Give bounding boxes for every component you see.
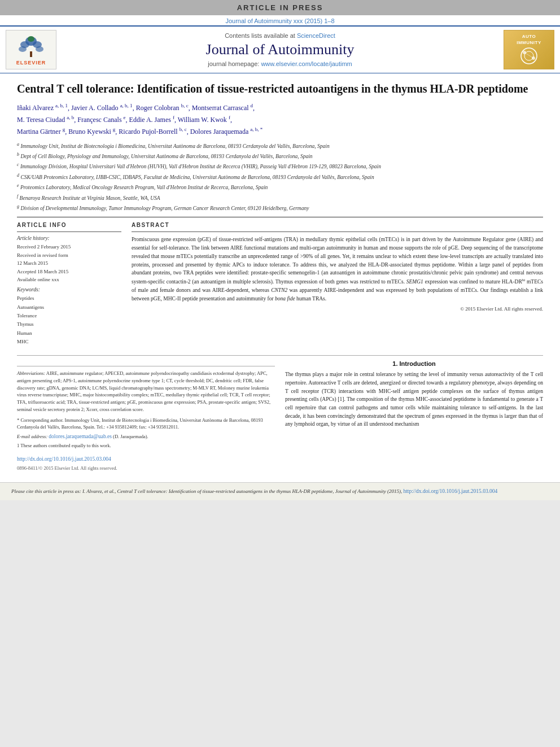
doi-line: http://dx.doi.org/10.1016/j.jaut.2015.03… <box>17 453 275 463</box>
citation-doi-link[interactable]: http://dx.doi.org/10.1016/j.jaut.2015.03… <box>403 488 497 494</box>
received-date: Received 2 February 2015 <box>17 243 121 251</box>
elsevier-logo: ELSEVIER <box>6 30 56 69</box>
revised-date-2: 12 March 2015 <box>17 259 121 267</box>
available-online: Available online xxx <box>17 276 121 283</box>
affiliation-a: a Immunology Unit, Institut de Biotecnol… <box>17 141 543 150</box>
article-in-press-banner: ARTICLE IN PRESS <box>0 0 560 15</box>
affiliation-b: b Dept of Cell Biology, Physiology and I… <box>17 151 543 160</box>
affiliation-g: g Division of Developmental Immunology, … <box>17 203 543 212</box>
keywords-label: Keywords: <box>17 287 121 292</box>
corresponding-author-note: * Corresponding author. Immunology Unit,… <box>17 417 275 431</box>
article-title: Central T cell tolerance: Identification… <box>17 81 543 96</box>
affiliation-d: d CSK/UAB Proteomics Laboratory, IJBB-CS… <box>17 172 543 181</box>
autoimmunity-logo-graphic <box>509 46 549 65</box>
keyword-thymus: Thymus <box>17 320 121 329</box>
autoimmunity-journal-logo: AUTO IMMUNITY <box>504 30 554 69</box>
elsevier-tree-icon <box>17 34 45 60</box>
autoimmunity-logo-text: AUTO IMMUNITY <box>517 34 541 46</box>
abstract-title: ABSTRACT <box>132 222 543 228</box>
citation-label: Please cite this article in press as: I.… <box>11 488 403 494</box>
copyright-line: © 2015 Elsevier Ltd. All rights reserved… <box>132 306 543 312</box>
article-info-column: ARTICLE INFO Article history: Received 2… <box>17 222 121 346</box>
abstract-text: Promiscuous gene expression (pGE) of tis… <box>132 235 543 303</box>
authors-text: Iñaki Alvarez a, b, 1, Javier A. Collado… <box>17 104 262 136</box>
svg-point-4 <box>36 46 43 52</box>
email-note: E-mail address: dolores.jaraquemada@uab.… <box>17 433 275 440</box>
keyword-human: Human <box>17 329 121 338</box>
journal-header: ELSEVIER Contents lists available at Sci… <box>0 25 560 73</box>
intro-section-title: 1. Introduction <box>285 360 543 367</box>
keywords-list: Peptides Autoantigens Tolerance Thymus H… <box>17 294 121 346</box>
abbreviations-text: Abbreviations: AIRE, autoimmune regulato… <box>17 370 275 413</box>
revised-date: Received in revised form <box>17 251 121 259</box>
journal-ref-text: Journal of Autoimmunity xxx (2015) 1–8 <box>225 18 334 24</box>
introduction-section: Abbreviations: AIRE, autoimmune regulato… <box>17 355 543 471</box>
abstract-column: ABSTRACT Promiscuous gene expression (pG… <box>132 222 543 346</box>
affiliations: a Immunology Unit, Institut de Biotecnol… <box>17 141 543 213</box>
keyword-autoantigens: Autoantigens <box>17 303 121 312</box>
contents-text: Contents lists available at <box>225 32 295 39</box>
page-wrapper: ARTICLE IN PRESS Journal of Autoimmunity… <box>0 0 560 500</box>
journal-homepage-link[interactable]: www.elsevier.com/locate/jautimm <box>261 60 352 67</box>
journal-title: Journal of Autoimmunity <box>61 41 499 58</box>
article-info-abstract-section: ARTICLE INFO Article history: Received 2… <box>17 222 543 346</box>
intro-col-right: 1. Introduction The thymus plays a major… <box>285 360 543 471</box>
affiliation-e: e Proteomics Laboratory, Medical Oncolog… <box>17 182 543 191</box>
journal-homepage: journal homepage: www.elsevier.com/locat… <box>61 60 499 67</box>
doi-link[interactable]: http://dx.doi.org/10.1016/j.jaut.2015.03… <box>17 456 111 462</box>
svg-point-7 <box>521 48 537 64</box>
main-content: Central T cell tolerance: Identification… <box>0 73 560 477</box>
authors-line: Iñaki Alvarez a, b, 1, Javier A. Collado… <box>17 102 543 138</box>
svg-point-6 <box>28 36 34 42</box>
article-info-title: ARTICLE INFO <box>17 222 121 228</box>
accepted-date: Accepted 18 March 2015 <box>17 268 121 276</box>
article-dates: Received 2 February 2015 Received in rev… <box>17 243 121 283</box>
journal-ref-line: Journal of Autoimmunity xxx (2015) 1–8 <box>0 15 560 25</box>
svg-line-11 <box>524 53 533 58</box>
journal-center: Contents lists available at ScienceDirec… <box>61 32 499 67</box>
banner-text: ARTICLE IN PRESS <box>237 3 323 12</box>
issn-line: 0896-8411/© 2015 Elsevier Ltd. All right… <box>17 465 275 471</box>
equal-contrib-note: 1 These authors contributed equally to t… <box>17 442 275 449</box>
keyword-mhc: MHC <box>17 338 121 346</box>
article-info-divider <box>17 231 121 232</box>
affiliation-c: c Immunology Division, Hospital Universi… <box>17 161 543 171</box>
svg-point-3 <box>19 46 27 52</box>
keyword-peptides: Peptides <box>17 294 121 303</box>
keyword-tolerance: Tolerance <box>17 312 121 320</box>
email-link[interactable]: dolores.jaraquemada@uab.es <box>49 434 112 439</box>
affiliation-f: f Benaroya Research Institute at Virgini… <box>17 193 543 202</box>
intro-divider <box>17 355 543 356</box>
elsevier-brand-text: ELSEVIER <box>16 60 46 65</box>
citation-bar: Please cite this article in press as: I.… <box>0 482 560 500</box>
sciencedirect-link[interactable]: ScienceDirect <box>297 32 335 39</box>
abbreviations-section: Abbreviations: AIRE, autoimmune regulato… <box>17 366 275 413</box>
intro-body-text: The thymus plays a major role in central… <box>285 370 543 429</box>
footnotes-section: * Corresponding author. Immunology Unit,… <box>17 417 275 450</box>
svg-rect-5 <box>30 51 32 57</box>
header-divider <box>17 217 543 217</box>
article-history-label: Article history: <box>17 235 121 241</box>
intro-col-left: Abbreviations: AIRE, autoimmune regulato… <box>17 360 275 471</box>
contents-line: Contents lists available at ScienceDirec… <box>61 32 499 39</box>
intro-two-col: Abbreviations: AIRE, autoimmune regulato… <box>17 360 543 471</box>
abstract-divider <box>132 231 543 232</box>
